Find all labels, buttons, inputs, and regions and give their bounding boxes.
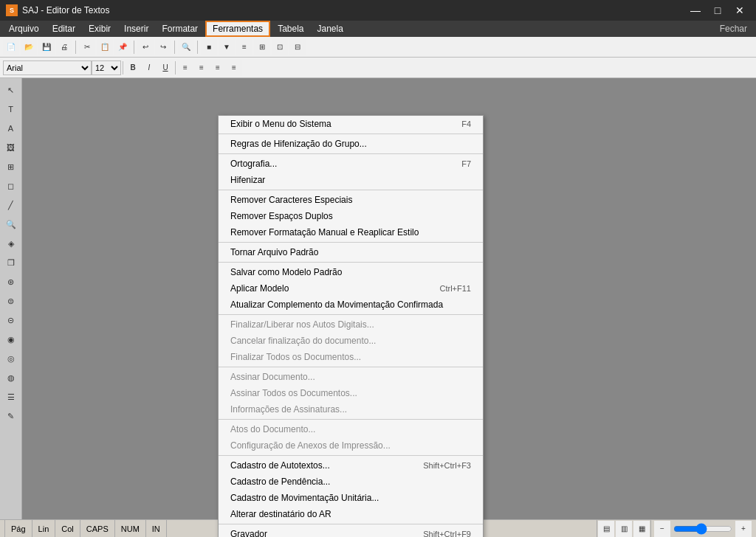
dropdown-item-regras-hifenizacao[interactable]: Regras de Hifenização do Grupo... (219, 136, 483, 152)
menu-editar[interactable]: Editar (47, 21, 81, 37)
menu-fechar[interactable]: Fechar (714, 21, 753, 37)
align-justify-btn[interactable]: ≡ (226, 60, 242, 76)
menu-inserir[interactable]: Inserir (118, 21, 154, 37)
bold-btn[interactable]: B (125, 60, 141, 76)
tool-5[interactable]: ◈ (2, 235, 20, 252)
copy-btn[interactable]: 📋 (97, 39, 113, 55)
dropdown-item-salvar-modelo[interactable]: Salvar como Modelo Padrão (219, 264, 483, 280)
dropdown-item-assinar-documento: Assinar Documento... (219, 369, 483, 385)
status-lin: Lin (32, 520, 56, 537)
dropdown-item-label: Remover Formatação Manual e Reaplicar Es… (230, 227, 419, 238)
tool-14[interactable]: ✎ (2, 407, 20, 425)
tool-7[interactable]: ⊛ (2, 273, 20, 291)
tool-image[interactable]: 🖼 (2, 139, 20, 156)
new-btn[interactable]: 📄 (3, 39, 19, 55)
redo-btn[interactable]: ↪ (155, 39, 171, 55)
dropdown-item-label: Cadastro de Autotextos... (230, 460, 330, 471)
dropdown-item-finalizar-liberar: Finalizar/Liberar nos Autos Digitais... (219, 316, 483, 333)
dropdown-item-assinar-todos: Assinar Todos os Documentos... (219, 385, 483, 401)
left-sidebar: ↖ T A 🖼 ⊞ ◻ ╱ 🔍 ◈ ❒ ⊛ ⊜ ⊝ ◉ ◎ ◍ ☰ ✎ (0, 78, 22, 519)
extra2-btn[interactable]: ▼ (219, 39, 235, 55)
minimize-button[interactable]: — (685, 0, 706, 21)
dropdown-item-aplicar-modelo[interactable]: Aplicar ModeloCtrl+F11 (219, 280, 483, 297)
dropdown-item-label: Exibir o Menu do Sistema (230, 119, 331, 129)
maximize-button[interactable]: □ (707, 0, 728, 21)
tool-table[interactable]: ⊞ (2, 158, 20, 176)
paste-btn[interactable]: 📌 (114, 39, 131, 55)
align-right-btn[interactable]: ≡ (210, 60, 226, 76)
undo-btn[interactable]: ↩ (137, 39, 154, 55)
dropdown-item-label: Configuração de Anexos de Impressão... (230, 440, 391, 451)
extra3-btn[interactable]: ≡ (236, 39, 252, 55)
menu-janela[interactable]: Janela (312, 21, 349, 37)
italic-btn[interactable]: I (141, 60, 157, 76)
tool-10[interactable]: ◉ (2, 330, 20, 348)
tool-cursor[interactable]: ↖ (2, 81, 20, 99)
dropdown-item-shortcut: Shift+Ctrl+F3 (423, 461, 471, 470)
dropdown-item-ortografia[interactable]: Ortografia...F7 (219, 156, 483, 172)
view-btn2[interactable]: ▥ (616, 521, 632, 537)
tool-11[interactable]: ◎ (2, 350, 20, 367)
sep3 (174, 41, 175, 54)
font-size-select[interactable]: 12 (92, 60, 121, 75)
dropdown-item-cadastro-pendencia[interactable]: Cadastro de Pendência... (219, 474, 483, 490)
font-select[interactable]: Arial (3, 60, 92, 75)
dropdown-item-label: Alterar destinatário do AR (230, 509, 331, 519)
tool-line[interactable]: ╱ (2, 196, 20, 214)
print-btn[interactable]: 🖨 (56, 39, 72, 55)
dropdown-item-atualizar-complemento[interactable]: Atualizar Complemento da Movimentação Co… (219, 297, 483, 313)
dropdown-item-atos-documento: Atos do Documento... (219, 421, 483, 437)
dropdown-item-exibir-menu-sistema[interactable]: Exibir o Menu do SistemaF4 (219, 116, 483, 132)
tool-zoom[interactable]: 🔍 (2, 215, 20, 233)
tool-9[interactable]: ⊝ (2, 311, 20, 329)
tool-shape[interactable]: ◻ (2, 177, 20, 195)
menu-ferramentas[interactable]: Ferramentas (205, 21, 270, 37)
title-bar-controls: — □ ✕ (685, 0, 750, 21)
menu-exibir[interactable]: Exibir (83, 21, 117, 37)
menu-arquivo[interactable]: Arquivo (3, 21, 45, 37)
dropdown-separator (219, 367, 483, 367)
dropdown-item-remover-formatacao[interactable]: Remover Formatação Manual e Reaplicar Es… (219, 224, 483, 240)
find-btn[interactable]: 🔍 (178, 39, 194, 55)
dropdown-item-label: Salvar como Modelo Padrão (230, 267, 342, 277)
tool-text[interactable]: T (2, 100, 20, 118)
content-area: Exibir o Menu do SistemaF4Regras de Hife… (22, 78, 756, 519)
zoom-in-btn[interactable]: + (735, 521, 752, 537)
dropdown-item-tornar-padrao[interactable]: Tornar Arquivo Padrão (219, 244, 483, 260)
open-btn[interactable]: 📂 (21, 39, 37, 55)
tool-8[interactable]: ⊜ (2, 292, 20, 310)
dropdown-item-label: Cadastro de Pendência... (230, 477, 330, 487)
cut-btn[interactable]: ✂ (79, 39, 95, 55)
save-btn[interactable]: 💾 (38, 39, 55, 55)
view-btn3[interactable]: ▦ (633, 521, 650, 537)
align-left-btn[interactable]: ≡ (177, 60, 193, 76)
menu-formatar[interactable]: Formatar (156, 21, 204, 37)
menu-bar: Arquivo Editar Exibir Inserir Formatar F… (0, 21, 756, 37)
zoom-slider[interactable] (673, 523, 732, 535)
dropdown-item-configuracao-anexos: Configuração de Anexos de Impressão... (219, 437, 483, 454)
tool-12[interactable]: ◍ (2, 369, 20, 387)
dropdown-item-remover-espacos[interactable]: Remover Espaços Duplos (219, 208, 483, 224)
tool-6[interactable]: ❒ (2, 254, 20, 271)
menu-tabela[interactable]: Tabela (272, 21, 309, 37)
tool-type2[interactable]: A (2, 119, 20, 137)
close-button[interactable]: ✕ (729, 0, 750, 21)
app-icon: S (6, 4, 18, 16)
underline-btn[interactable]: U (157, 60, 173, 76)
extra6-btn[interactable]: ⊟ (289, 39, 306, 55)
extra4-btn[interactable]: ⊞ (254, 39, 270, 55)
view-btn1[interactable]: ▤ (598, 521, 614, 537)
extra5-btn[interactable]: ⊡ (272, 39, 288, 55)
tool-13[interactable]: ☰ (2, 388, 20, 406)
dropdown-item-alterar-destinatario[interactable]: Alterar destinatário do AR (219, 506, 483, 522)
align-center-btn[interactable]: ≡ (193, 60, 210, 76)
dropdown-item-shortcut: Ctrl+F11 (440, 284, 472, 293)
dropdown-item-hifenizar[interactable]: Hifenizar (219, 172, 483, 188)
extra1-btn[interactable]: ■ (201, 39, 217, 55)
dropdown-item-cadastro-movimentacao[interactable]: Cadastro de Movimentação Unitária... (219, 490, 483, 506)
zoom-out-btn[interactable]: − (654, 521, 670, 537)
dropdown-item-remover-caracteres[interactable]: Remover Caracteres Especiais (219, 192, 483, 208)
main-area: ↖ T A 🖼 ⊞ ◻ ╱ 🔍 ◈ ❒ ⊛ ⊜ ⊝ ◉ ◎ ◍ ☰ ✎ Exib… (0, 78, 756, 519)
dropdown-item-gravador[interactable]: GravadorShift+Ctrl+F9 (219, 526, 483, 537)
dropdown-item-cadastro-autotextos[interactable]: Cadastro de Autotextos...Shift+Ctrl+F3 (219, 457, 483, 474)
